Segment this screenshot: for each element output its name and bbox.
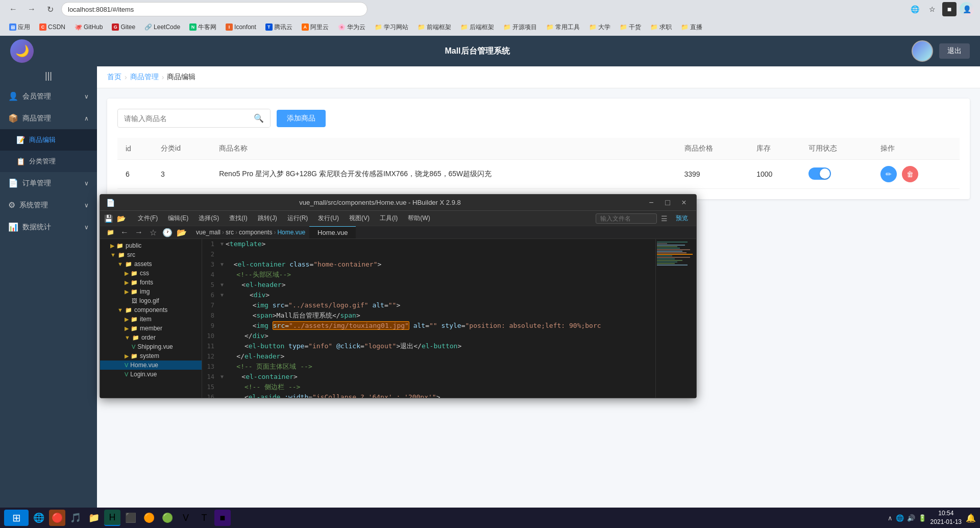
taskbar-hbuilder[interactable]: H: [104, 510, 120, 526]
tree-img[interactable]: ▶ 📁 img: [100, 287, 202, 296]
bookmark-aliyun[interactable]: A 阿里云: [299, 22, 332, 33]
nav-back-button[interactable]: ←: [6, 2, 20, 16]
tree-order[interactable]: ▼ 📁 order: [100, 333, 202, 342]
notification-icon[interactable]: 🔔: [966, 513, 976, 523]
tree-assets[interactable]: ▼ 📁 assets: [100, 259, 202, 269]
menu-run[interactable]: 运行(R): [283, 213, 312, 224]
bookmark-tips[interactable]: 📁 干货: [617, 22, 644, 33]
bookmark-csdn[interactable]: C CSDN: [36, 22, 68, 32]
delete-button[interactable]: 🗑: [902, 166, 918, 182]
menu-find[interactable]: 查找(I): [225, 213, 251, 224]
taskbar-files[interactable]: 📁: [86, 510, 102, 526]
translate-icon[interactable]: 🌐: [908, 2, 922, 16]
bookmark-fe[interactable]: 📁 前端框架: [414, 22, 454, 33]
status-toggle[interactable]: [808, 167, 831, 180]
path-src[interactable]: src: [226, 229, 234, 236]
bookmark-iconfont[interactable]: I Iconfont: [223, 22, 259, 32]
search-input[interactable]: [118, 110, 248, 127]
sidebar-collapse-button[interactable]: |||: [0, 66, 97, 85]
editor-tab-home[interactable]: Home.vue: [309, 226, 356, 238]
taskbar-app8[interactable]: 🟢: [159, 510, 176, 526]
sidebar-item-category[interactable]: 📋 分类管理: [0, 151, 97, 172]
address-bar[interactable]: localhost:8081/#/items: [61, 2, 368, 16]
menu-select[interactable]: 选择(S): [194, 213, 223, 224]
bookmark-study[interactable]: 📁 学习网站: [372, 22, 411, 33]
nav-forward-editor[interactable]: →: [133, 226, 145, 238]
tree-member[interactable]: ▶ 📁 member: [100, 324, 202, 333]
up-arrow-icon[interactable]: ∧: [888, 514, 893, 522]
tree-src[interactable]: ▼ 📁 src: [100, 250, 202, 259]
bookmark-be[interactable]: 📁 后端框架: [457, 22, 497, 33]
bookmark-open[interactable]: 📁 开源项目: [500, 22, 540, 33]
menu-edit[interactable]: 编辑(E): [164, 213, 192, 224]
bookmark-github[interactable]: 🐙 GitHub: [71, 22, 106, 32]
bookmark-gitee[interactable]: G Gitee: [109, 22, 138, 32]
taskbar-chrome[interactable]: 🌐: [31, 510, 47, 526]
sidebar-item-members[interactable]: 👤 会员管理 ∨: [0, 85, 97, 107]
path-components[interactable]: components: [239, 229, 272, 236]
file-search-input[interactable]: [596, 213, 657, 224]
nav-clock-editor[interactable]: 🕐: [161, 226, 174, 238]
taskbar-vapp[interactable]: V: [178, 510, 194, 526]
minimize-button[interactable]: −: [645, 197, 657, 209]
menu-help[interactable]: 帮助(W): [404, 213, 434, 224]
tree-system[interactable]: ▶ 📁 system: [100, 351, 202, 361]
bookmark-niuke[interactable]: N 牛客网: [186, 22, 219, 33]
tree-logo[interactable]: 🖼 logo.gif: [100, 296, 202, 305]
tree-shipping[interactable]: V Shipping.vue: [100, 342, 202, 351]
battery-icon[interactable]: 🔋: [918, 514, 926, 522]
taskbar-app3[interactable]: 🎵: [67, 510, 84, 526]
sidebar-item-stats[interactable]: 📊 数据统计 ∨: [0, 216, 97, 238]
sidebar-item-products-edit[interactable]: 📝 商品编辑: [0, 129, 97, 151]
breadcrumb-products[interactable]: 商品管理: [130, 73, 159, 82]
nav-tree-icon[interactable]: 📁: [104, 226, 116, 238]
taskbar-terminal[interactable]: ⬛: [122, 510, 139, 526]
taskbar-clock[interactable]: 10:54 2021-01-13: [930, 509, 962, 526]
taskbar-app7[interactable]: 🟠: [141, 510, 157, 526]
nav-forward-button[interactable]: →: [24, 2, 39, 16]
breadcrumb-home[interactable]: 首页: [107, 73, 121, 82]
bookmark-university[interactable]: 📁 大学: [586, 22, 614, 33]
tree-login[interactable]: V Login.vue: [100, 370, 202, 379]
menu-file[interactable]: 文件(F): [134, 213, 162, 224]
tree-css[interactable]: ▶ 📁 css: [100, 269, 202, 278]
bookmark-leetcode[interactable]: 🔗 LeetCode: [141, 22, 183, 32]
cell-status[interactable]: [800, 160, 873, 189]
menu-publish[interactable]: 发行(U): [314, 213, 343, 224]
tree-home-vue[interactable]: V Home.vue: [100, 361, 202, 370]
nav-folder-editor[interactable]: 📂: [176, 226, 188, 238]
filter-icon-button[interactable]: ☰: [659, 212, 670, 225]
start-button[interactable]: ⊞: [4, 510, 29, 526]
sound-icon[interactable]: 🔊: [907, 514, 915, 522]
bookmark-star-icon[interactable]: ☆: [925, 2, 939, 16]
add-product-button[interactable]: 添加商品: [277, 110, 326, 127]
sidebar-item-system[interactable]: ⚙ 系统管理 ∨: [0, 194, 97, 216]
path-vue-mall[interactable]: vue_mall: [196, 229, 220, 236]
bookmark-huawei[interactable]: 🌸 华为云: [335, 22, 369, 33]
bookmark-tencent[interactable]: T 腾讯云: [262, 22, 296, 33]
close-button[interactable]: ×: [678, 197, 690, 209]
taskbar-text[interactable]: T: [196, 510, 212, 526]
menu-view[interactable]: 视图(V): [345, 213, 374, 224]
nav-refresh-button[interactable]: ↻: [43, 2, 57, 16]
tree-item[interactable]: ▶ 📁 item: [100, 315, 202, 324]
nav-back-editor[interactable]: ←: [118, 226, 131, 238]
nav-star-editor[interactable]: ☆: [147, 226, 159, 238]
bookmark-jobs[interactable]: 📁 求职: [647, 22, 675, 33]
edit-button[interactable]: ✏: [880, 166, 897, 182]
maximize-button[interactable]: □: [662, 197, 674, 209]
tree-public[interactable]: ▶ 📁 public: [100, 241, 202, 250]
sidebar-item-orders[interactable]: 📄 订单管理 ∨: [0, 172, 97, 194]
menu-jump[interactable]: 跳转(J): [254, 213, 281, 224]
bookmark-tools[interactable]: 📁 常用工具: [543, 22, 583, 33]
path-file[interactable]: Home.vue: [277, 229, 305, 236]
menu-tools[interactable]: 工具(I): [376, 213, 402, 224]
extensions-icon[interactable]: ■: [942, 2, 957, 16]
profile-icon[interactable]: 👤: [960, 2, 974, 16]
network-icon[interactable]: 🌐: [896, 514, 904, 522]
taskbar-ide[interactable]: ■: [214, 510, 231, 526]
code-editor-content[interactable]: 1 ▼ <template> 2 3 ▼ <el-container class…: [202, 239, 655, 398]
preview-button[interactable]: 预览: [672, 213, 692, 224]
sidebar-item-products[interactable]: 📦 商品管理 ∧: [0, 107, 97, 129]
bookmark-live[interactable]: 📁 直播: [678, 22, 705, 33]
